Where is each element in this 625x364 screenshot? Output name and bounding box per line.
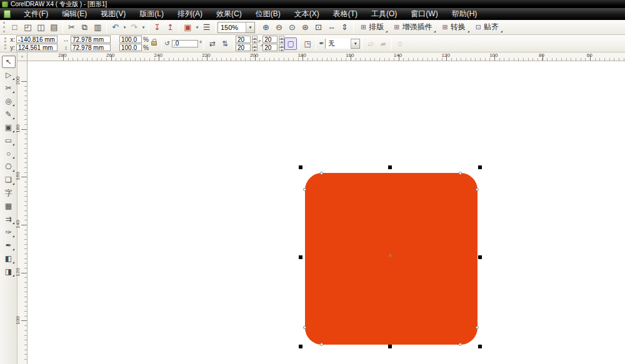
zoom-level-dropdown[interactable]: ▾	[246, 22, 254, 32]
save-button[interactable]: ◫	[34, 21, 48, 34]
snap-button[interactable]: ⊡ 贴齐	[471, 21, 504, 34]
spin-down-icon[interactable]: ▾	[252, 39, 258, 43]
object-height-field[interactable]	[71, 44, 111, 51]
print-button[interactable]: ▤	[48, 21, 61, 34]
redo-dropdown[interactable]: ▾	[141, 21, 146, 34]
corner-node[interactable]	[459, 343, 462, 346]
zoom-level-input[interactable]	[218, 22, 246, 32]
open-button[interactable]: ◰	[21, 21, 34, 34]
ruler-origin-corner[interactable]: ⌖	[18, 52, 28, 61]
wrap-text-button[interactable]: ◳	[301, 37, 314, 50]
to-front-button[interactable]: ▱	[364, 37, 377, 50]
redo-button[interactable]: ↷	[128, 21, 141, 34]
tool-shape[interactable]: ▷	[2, 69, 16, 81]
tool-rectangle[interactable]: ▭	[2, 134, 16, 147]
zoom-to-all-button[interactable]: ⊛	[299, 21, 312, 34]
vertical-ruler[interactable]: 20018016014012010080	[18, 61, 28, 364]
round-corners-together-button[interactable]: ▢	[284, 37, 297, 50]
selection-handle-bottom-middle[interactable]	[388, 345, 392, 348]
tool-smart-fill[interactable]: ▣	[2, 121, 16, 134]
tool-crop[interactable]: ✂	[2, 82, 16, 94]
tool-eyedropper[interactable]: ✑	[2, 226, 16, 239]
cut-button[interactable]: ✂	[65, 21, 78, 34]
menu-edit[interactable]: 编辑(E)	[55, 8, 94, 20]
new-button[interactable]: □	[8, 21, 21, 34]
convert-button[interactable]: ⊞ 转换	[437, 21, 470, 34]
undo-button[interactable]: ↶	[109, 21, 122, 34]
convert-to-curves-button[interactable]: ◌	[394, 37, 406, 50]
selection-handle-top-right[interactable]	[478, 165, 482, 169]
rotation-angle-field[interactable]	[172, 40, 198, 47]
menu-layout[interactable]: 版面(L)	[132, 8, 171, 20]
selection-handle-bottom-left[interactable]	[299, 345, 302, 348]
tool-fill[interactable]: ◧	[2, 252, 16, 265]
menu-view[interactable]: 视图(V)	[94, 8, 132, 20]
scale-v-field[interactable]	[119, 44, 142, 51]
selection-handle-middle-left[interactable]	[299, 255, 302, 259]
undo-dropdown[interactable]: ▾	[122, 21, 128, 34]
scale-h-field[interactable]	[119, 36, 142, 43]
zoom-to-width-button[interactable]: ⇔	[325, 21, 338, 34]
spin-down-icon[interactable]: ▾	[279, 47, 284, 51]
selection-handle-bottom-right[interactable]	[478, 345, 482, 348]
menu-bitmaps[interactable]: 位图(B)	[249, 8, 288, 20]
object-width-field[interactable]	[71, 36, 111, 43]
corner-node[interactable]	[476, 188, 479, 191]
menu-effects[interactable]: 效果(C)	[209, 8, 249, 20]
menu-arrange[interactable]: 排列(A)	[171, 8, 209, 20]
zoom-to-height-button[interactable]: ⇕	[338, 21, 351, 34]
corner-radius-tr-field[interactable]	[262, 36, 278, 43]
corner-node[interactable]	[303, 326, 306, 329]
export-button[interactable]: ↥	[164, 21, 177, 34]
layout-button[interactable]: ⊞ 排版	[356, 21, 389, 34]
selection-handle-middle-right[interactable]	[478, 255, 482, 259]
y-position-field[interactable]	[16, 44, 58, 51]
corner-radius-tl-field[interactable]	[236, 36, 251, 43]
radius-spinner[interactable]: ▴▾	[252, 44, 258, 51]
lock-ratio-icon[interactable]	[151, 41, 157, 46]
propbar-grip[interactable]	[4, 37, 8, 49]
plugins-button[interactable]: ⊞ 增强插件	[389, 21, 437, 34]
application-launcher-dropdown[interactable]: ▾	[194, 21, 200, 34]
corner-node[interactable]	[320, 172, 323, 175]
to-back-button[interactable]: ▰	[377, 37, 389, 50]
radius-spinner[interactable]: ▴▾	[279, 44, 284, 51]
corner-node[interactable]	[476, 326, 479, 329]
zoom-in-button[interactable]: ⊕	[259, 21, 272, 34]
drawing-canvas[interactable]: ×	[28, 61, 625, 364]
selection-handle-top-middle[interactable]	[388, 165, 392, 169]
zoom-to-selection-button[interactable]: ⊙	[286, 21, 299, 34]
tool-ellipse[interactable]: ○	[2, 147, 16, 160]
tool-table[interactable]: ▦	[2, 200, 16, 212]
tool-text[interactable]: 字	[2, 187, 16, 199]
corner-node[interactable]	[303, 188, 306, 191]
tool-zoom[interactable]: ◎	[2, 95, 16, 107]
spin-down-icon[interactable]: ▾	[279, 39, 284, 43]
application-launcher-button[interactable]: ▣	[181, 21, 194, 34]
tool-outline[interactable]: ✒	[2, 239, 16, 252]
outline-width-input[interactable]	[326, 39, 351, 49]
object-center-marker[interactable]: ×	[387, 252, 394, 260]
toolbar-grip[interactable]	[3, 22, 6, 32]
radius-spinner[interactable]: ▴▾	[252, 36, 258, 43]
menu-tools[interactable]: 工具(O)	[364, 8, 404, 20]
corner-radius-bl-field[interactable]	[236, 44, 251, 51]
menu-table[interactable]: 表格(T)	[326, 8, 364, 20]
menu-file[interactable]: 文件(F)	[17, 8, 55, 20]
paste-button[interactable]: ▥	[91, 21, 104, 34]
spin-down-icon[interactable]: ▾	[252, 47, 258, 51]
menu-window[interactable]: 窗口(W)	[404, 8, 444, 20]
zoom-out-button[interactable]: ⊖	[272, 21, 286, 34]
tool-polygon[interactable]: ⎔	[2, 160, 16, 173]
copy-button[interactable]: ⧉	[78, 21, 91, 34]
menu-help[interactable]: 帮助(H)	[445, 8, 484, 20]
tool-interactive-blend[interactable]: ⇉	[2, 213, 16, 225]
tool-interactive-fill[interactable]: ◨	[2, 265, 16, 278]
selection-handle-top-left[interactable]	[299, 165, 302, 169]
corner-node[interactable]	[320, 343, 323, 346]
mirror-vertical-button[interactable]: ⇅	[219, 37, 231, 50]
welcome-screen-button[interactable]: ☰	[200, 21, 213, 34]
outline-width-dropdown[interactable]: ▾	[351, 39, 359, 48]
menu-text[interactable]: 文本(X)	[288, 8, 326, 20]
x-position-field[interactable]	[16, 36, 58, 43]
